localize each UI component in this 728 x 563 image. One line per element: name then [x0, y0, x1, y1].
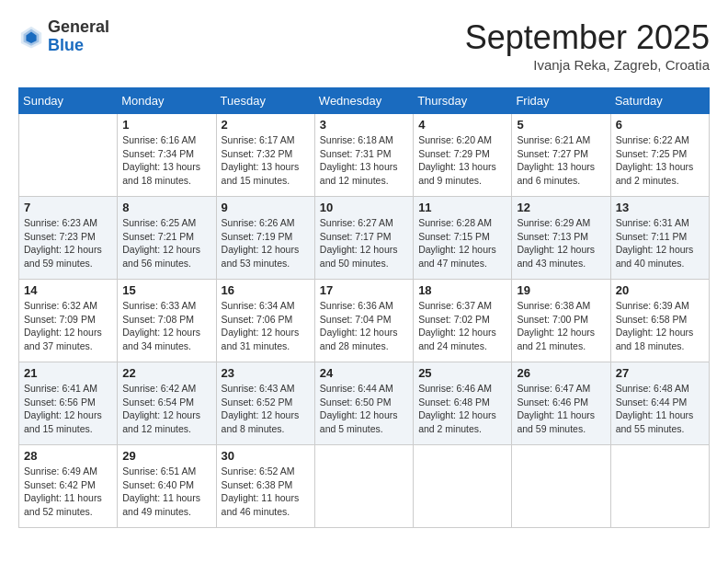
calendar-cell	[414, 445, 512, 528]
day-info: Sunrise: 6:38 AMSunset: 7:00 PMDaylight:…	[517, 299, 605, 353]
day-info: Sunrise: 6:27 AMSunset: 7:17 PMDaylight:…	[320, 216, 408, 270]
day-number: 11	[418, 201, 506, 214]
day-info: Sunrise: 6:25 AMSunset: 7:21 PMDaylight:…	[122, 216, 210, 270]
day-number: 1	[122, 118, 210, 132]
calendar-cell	[314, 445, 413, 528]
calendar-cell: 2Sunrise: 6:17 AMSunset: 7:32 PMDaylight…	[216, 114, 314, 197]
day-number: 7	[24, 201, 112, 214]
calendar-cell: 3Sunrise: 6:18 AMSunset: 7:31 PMDaylight…	[314, 114, 413, 197]
calendar-cell: 29Sunrise: 6:51 AMSunset: 6:40 PMDayligh…	[118, 445, 216, 528]
day-info: Sunrise: 6:23 AMSunset: 7:23 PMDaylight:…	[24, 216, 112, 270]
day-number: 24	[320, 366, 408, 380]
calendar-cell: 18Sunrise: 6:37 AMSunset: 7:02 PMDayligh…	[414, 280, 512, 362]
weekday-header-monday: Monday	[118, 88, 216, 114]
calendar-cell: 4Sunrise: 6:20 AMSunset: 7:29 PMDaylight…	[414, 114, 512, 197]
day-info: Sunrise: 6:51 AMSunset: 6:40 PMDaylight:…	[122, 465, 210, 519]
day-info: Sunrise: 6:21 AMSunset: 7:27 PMDaylight:…	[517, 133, 605, 188]
weekday-header-sunday: Sunday	[19, 88, 118, 114]
weekday-header-friday: Friday	[512, 88, 610, 114]
calendar-cell: 26Sunrise: 6:47 AMSunset: 6:46 PMDayligh…	[512, 362, 610, 445]
calendar-cell: 11Sunrise: 6:28 AMSunset: 7:15 PMDayligh…	[414, 197, 512, 280]
day-number: 29	[122, 449, 210, 463]
day-number: 3	[320, 118, 408, 132]
day-number: 25	[418, 366, 506, 380]
day-number: 14	[24, 283, 112, 297]
day-info: Sunrise: 6:32 AMSunset: 7:09 PMDaylight:…	[24, 299, 112, 353]
day-info: Sunrise: 6:41 AMSunset: 6:56 PMDaylight:…	[24, 382, 112, 436]
day-number: 10	[320, 201, 408, 214]
day-number: 18	[418, 283, 506, 297]
day-number: 28	[24, 449, 112, 463]
calendar-cell: 19Sunrise: 6:38 AMSunset: 7:00 PMDayligh…	[512, 280, 610, 362]
day-info: Sunrise: 6:48 AMSunset: 6:44 PMDaylight:…	[616, 382, 704, 436]
logo-icon	[18, 24, 44, 50]
day-number: 8	[122, 201, 210, 214]
calendar-cell: 7Sunrise: 6:23 AMSunset: 7:23 PMDaylight…	[19, 197, 118, 280]
calendar-cell: 8Sunrise: 6:25 AMSunset: 7:21 PMDaylight…	[118, 197, 216, 280]
calendar-cell: 22Sunrise: 6:42 AMSunset: 6:54 PMDayligh…	[118, 362, 216, 445]
day-info: Sunrise: 6:33 AMSunset: 7:08 PMDaylight:…	[122, 299, 210, 353]
calendar-cell: 24Sunrise: 6:44 AMSunset: 6:50 PMDayligh…	[314, 362, 413, 445]
calendar-week-row: 21Sunrise: 6:41 AMSunset: 6:56 PMDayligh…	[19, 362, 710, 445]
day-info: Sunrise: 6:34 AMSunset: 7:06 PMDaylight:…	[222, 299, 310, 353]
day-number: 2	[222, 118, 310, 132]
day-info: Sunrise: 6:16 AMSunset: 7:34 PMDaylight:…	[122, 133, 210, 188]
calendar-cell: 5Sunrise: 6:21 AMSunset: 7:27 PMDaylight…	[512, 114, 610, 197]
day-number: 27	[616, 366, 704, 380]
title-block: September 2025 Ivanja Reka, Zagreb, Croa…	[465, 18, 710, 73]
day-info: Sunrise: 6:17 AMSunset: 7:32 PMDaylight:…	[222, 133, 310, 188]
day-info: Sunrise: 6:47 AMSunset: 6:46 PMDaylight:…	[517, 382, 605, 436]
calendar-cell	[19, 114, 118, 197]
day-info: Sunrise: 6:22 AMSunset: 7:25 PMDaylight:…	[616, 133, 704, 188]
calendar-cell: 10Sunrise: 6:27 AMSunset: 7:17 PMDayligh…	[314, 197, 413, 280]
calendar-cell	[512, 445, 610, 528]
day-info: Sunrise: 6:49 AMSunset: 6:42 PMDaylight:…	[24, 465, 112, 519]
day-number: 30	[222, 449, 310, 463]
day-info: Sunrise: 6:26 AMSunset: 7:19 PMDaylight:…	[222, 216, 310, 270]
calendar-cell: 13Sunrise: 6:31 AMSunset: 7:11 PMDayligh…	[610, 197, 709, 280]
day-info: Sunrise: 6:42 AMSunset: 6:54 PMDaylight:…	[122, 382, 210, 436]
day-number: 21	[24, 366, 112, 380]
calendar-week-row: 7Sunrise: 6:23 AMSunset: 7:23 PMDaylight…	[19, 197, 710, 280]
calendar-cell: 16Sunrise: 6:34 AMSunset: 7:06 PMDayligh…	[216, 280, 314, 362]
calendar-cell: 30Sunrise: 6:52 AMSunset: 6:38 PMDayligh…	[216, 445, 314, 528]
day-info: Sunrise: 6:31 AMSunset: 7:11 PMDaylight:…	[616, 216, 704, 270]
day-info: Sunrise: 6:20 AMSunset: 7:29 PMDaylight:…	[418, 133, 506, 188]
logo-general-text: General	[48, 18, 109, 37]
calendar-cell: 6Sunrise: 6:22 AMSunset: 7:25 PMDaylight…	[610, 114, 709, 197]
month-title: September 2025	[465, 18, 710, 57]
weekday-header-wednesday: Wednesday	[314, 88, 413, 114]
day-info: Sunrise: 6:18 AMSunset: 7:31 PMDaylight:…	[320, 133, 408, 188]
day-number: 15	[122, 283, 210, 297]
day-number: 6	[616, 118, 704, 132]
calendar-cell: 14Sunrise: 6:32 AMSunset: 7:09 PMDayligh…	[19, 280, 118, 362]
day-info: Sunrise: 6:44 AMSunset: 6:50 PMDaylight:…	[320, 382, 408, 436]
day-info: Sunrise: 6:37 AMSunset: 7:02 PMDaylight:…	[418, 299, 506, 353]
location-text: Ivanja Reka, Zagreb, Croatia	[465, 57, 710, 73]
calendar-cell: 20Sunrise: 6:39 AMSunset: 6:58 PMDayligh…	[610, 280, 709, 362]
calendar-cell	[610, 445, 709, 528]
calendar-week-row: 28Sunrise: 6:49 AMSunset: 6:42 PMDayligh…	[19, 445, 710, 528]
day-number: 22	[122, 366, 210, 380]
day-info: Sunrise: 6:52 AMSunset: 6:38 PMDaylight:…	[222, 465, 310, 519]
day-number: 26	[517, 366, 605, 380]
logo-text: General Blue	[48, 18, 109, 55]
calendar-cell: 28Sunrise: 6:49 AMSunset: 6:42 PMDayligh…	[19, 445, 118, 528]
page-header: General Blue September 2025 Ivanja Reka,…	[18, 18, 710, 73]
calendar-cell: 25Sunrise: 6:46 AMSunset: 6:48 PMDayligh…	[414, 362, 512, 445]
calendar-cell: 21Sunrise: 6:41 AMSunset: 6:56 PMDayligh…	[19, 362, 118, 445]
weekday-header-saturday: Saturday	[610, 88, 709, 114]
day-number: 13	[616, 201, 704, 214]
day-info: Sunrise: 6:39 AMSunset: 6:58 PMDaylight:…	[616, 299, 704, 353]
day-number: 16	[222, 283, 310, 297]
weekday-header-row: SundayMondayTuesdayWednesdayThursdayFrid…	[19, 88, 710, 114]
day-number: 5	[517, 118, 605, 132]
calendar-cell: 23Sunrise: 6:43 AMSunset: 6:52 PMDayligh…	[216, 362, 314, 445]
day-info: Sunrise: 6:29 AMSunset: 7:13 PMDaylight:…	[517, 216, 605, 270]
calendar-table: SundayMondayTuesdayWednesdayThursdayFrid…	[18, 87, 710, 528]
calendar-cell: 12Sunrise: 6:29 AMSunset: 7:13 PMDayligh…	[512, 197, 610, 280]
day-info: Sunrise: 6:28 AMSunset: 7:15 PMDaylight:…	[418, 216, 506, 270]
weekday-header-thursday: Thursday	[414, 88, 512, 114]
day-info: Sunrise: 6:46 AMSunset: 6:48 PMDaylight:…	[418, 382, 506, 436]
day-number: 19	[517, 283, 605, 297]
